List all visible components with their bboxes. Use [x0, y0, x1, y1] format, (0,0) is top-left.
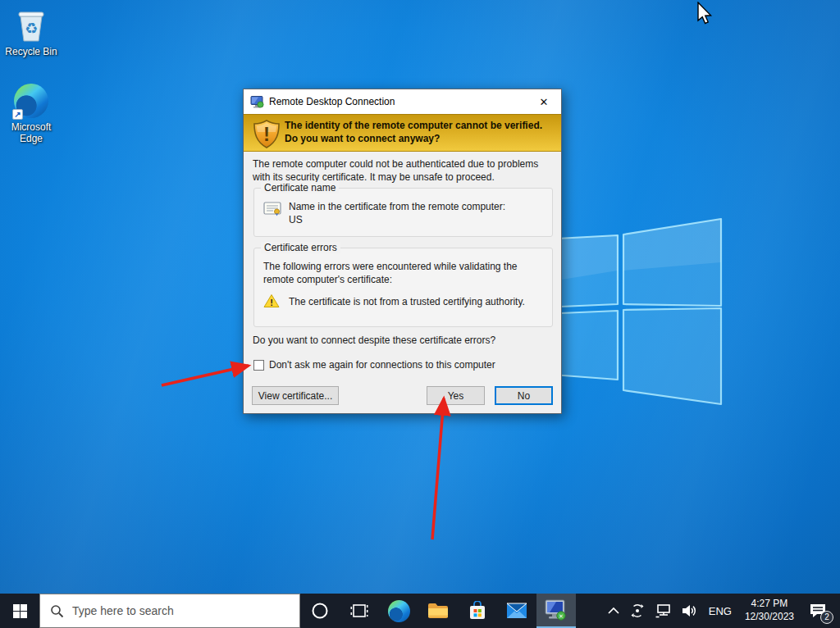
search-input[interactable]	[72, 604, 277, 617]
svg-text:!: !	[270, 298, 273, 307]
system-tray: ENG 4:27 PM 12/30/2023 2	[602, 594, 840, 628]
cortana-icon	[311, 602, 329, 620]
taskbar-search[interactable]	[39, 594, 300, 628]
file-explorer-button[interactable]	[418, 594, 458, 628]
certificate-icon	[263, 202, 281, 216]
group-title: Certificate name	[261, 182, 339, 193]
no-button[interactable]: No	[495, 386, 553, 405]
svg-text:♻: ♻	[25, 20, 38, 37]
task-view-icon	[350, 603, 368, 619]
file-explorer-icon	[427, 602, 449, 620]
close-icon[interactable]: ✕	[527, 89, 561, 114]
rdp-app-icon	[250, 96, 264, 108]
svg-text:✕: ✕	[559, 613, 564, 620]
network-ethernet-icon	[655, 603, 671, 618]
dialog-title: Remote Desktop Connection	[269, 96, 395, 107]
tray-show-hidden-icons[interactable]	[602, 594, 625, 628]
warning-triangle-icon: !	[263, 294, 280, 308]
tray-network-button[interactable]	[650, 594, 676, 628]
windows-start-icon	[13, 604, 27, 618]
remote-desktop-icon: ✕	[544, 599, 568, 622]
security-shield-icon: !	[252, 119, 281, 149]
desktop-icon-recycle-bin[interactable]: ♻ Recycle Bin	[1, 7, 62, 58]
search-icon	[50, 604, 64, 618]
edge-icon	[388, 600, 410, 622]
svg-text:!: !	[263, 123, 270, 145]
dont-ask-again-label[interactable]: Don't ask me again for connections to th…	[269, 359, 495, 371]
tray-language-indicator[interactable]: ENG	[702, 594, 738, 628]
remote-desktop-taskbar-button[interactable]: ✕	[536, 594, 576, 628]
action-center-button[interactable]: 2	[801, 594, 840, 628]
tray-volume-button[interactable]	[676, 594, 702, 628]
windows-update-icon	[630, 603, 645, 618]
microsoft-store-icon	[468, 601, 487, 621]
clock-date: 12/30/2023	[745, 611, 794, 624]
cortana-button[interactable]	[300, 594, 340, 628]
certificate-name-value: US	[289, 214, 303, 225]
rdp-certificate-warning-dialog: Remote Desktop Connection ✕ ! The identi…	[243, 89, 562, 414]
desktop-icon-label: Microsoft Edge	[1, 122, 62, 145]
start-button[interactable]	[0, 594, 39, 628]
mouse-cursor	[696, 2, 714, 26]
chevron-up-icon	[607, 607, 620, 615]
clock-time: 4:27 PM	[745, 598, 794, 611]
taskbar: ✕	[0, 594, 840, 628]
certificate-name-group: Certificate name Name in the certificate…	[253, 188, 553, 237]
warning-banner-text: The identity of the remote computer cann…	[285, 119, 552, 145]
mail-icon	[506, 603, 527, 619]
microsoft-store-button[interactable]	[458, 594, 497, 628]
certificate-name-description: Name in the certificate from the remote …	[289, 201, 543, 212]
dont-ask-again-row: Don't ask me again for connections to th…	[253, 359, 495, 371]
warning-banner: ! The identity of the remote computer ca…	[244, 114, 561, 152]
certificate-error-text: The certificate is not from a trusted ce…	[289, 296, 543, 307]
yes-button[interactable]: Yes	[427, 386, 485, 405]
dont-ask-again-checkbox[interactable]	[253, 360, 264, 371]
taskbar-edge-button[interactable]	[379, 594, 418, 628]
dialog-titlebar[interactable]: Remote Desktop Connection ✕	[244, 89, 561, 114]
tray-clock[interactable]: 4:27 PM 12/30/2023	[738, 598, 801, 623]
certificate-errors-group: Certificate errors The following errors …	[253, 248, 553, 327]
dialog-intro-text: The remote computer could not be authent…	[253, 158, 555, 184]
group-title: Certificate errors	[261, 242, 340, 253]
desktop-icon-label: Recycle Bin	[1, 47, 62, 58]
task-view-button[interactable]	[340, 594, 379, 628]
certificate-errors-description: The following errors were encountered wh…	[263, 260, 534, 286]
tray-windows-update-button[interactable]	[625, 594, 650, 628]
notification-count-badge: 2	[820, 611, 833, 624]
mail-button[interactable]	[497, 594, 536, 628]
view-certificate-button[interactable]: View certificate...	[252, 386, 339, 405]
shortcut-arrow-icon: ↗	[12, 109, 23, 120]
connect-question-text: Do you want to connect despite these cer…	[253, 334, 495, 346]
desktop-icon-microsoft-edge[interactable]: ↗ Microsoft Edge	[1, 82, 62, 145]
dialog-body: The remote computer could not be authent…	[244, 152, 561, 415]
recycle-bin-icon: ♻	[1, 7, 62, 44]
edge-icon: ↗	[1, 82, 62, 120]
speaker-icon	[681, 603, 697, 618]
